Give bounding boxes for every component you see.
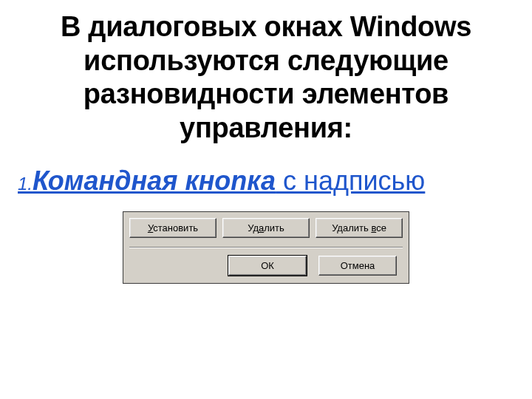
delete-all-button[interactable]: Удалить все [316, 218, 403, 238]
slide-subheading: 1.Командная кнопка с надписью [16, 166, 516, 196]
subheading-bold: Командная кнопка [33, 166, 276, 196]
slide-title: В диалоговых окнах Windows используются … [16, 10, 516, 145]
delete-button[interactable]: Удалить [222, 218, 310, 238]
separator [129, 247, 403, 248]
install-button[interactable]: Установить [129, 218, 216, 238]
button-row-1: УстановитьУдалитьУдалить все [129, 218, 403, 238]
ok-button[interactable]: ОК [228, 256, 307, 276]
button-row-2: ОКОтмена [129, 256, 403, 276]
cancel-button[interactable]: Отмена [318, 256, 397, 276]
subheading-number: 1. [18, 174, 33, 194]
dialog-panel: УстановитьУдалитьУдалить все ОКОтмена [123, 211, 409, 284]
subheading-rest: с надписью [276, 166, 425, 196]
